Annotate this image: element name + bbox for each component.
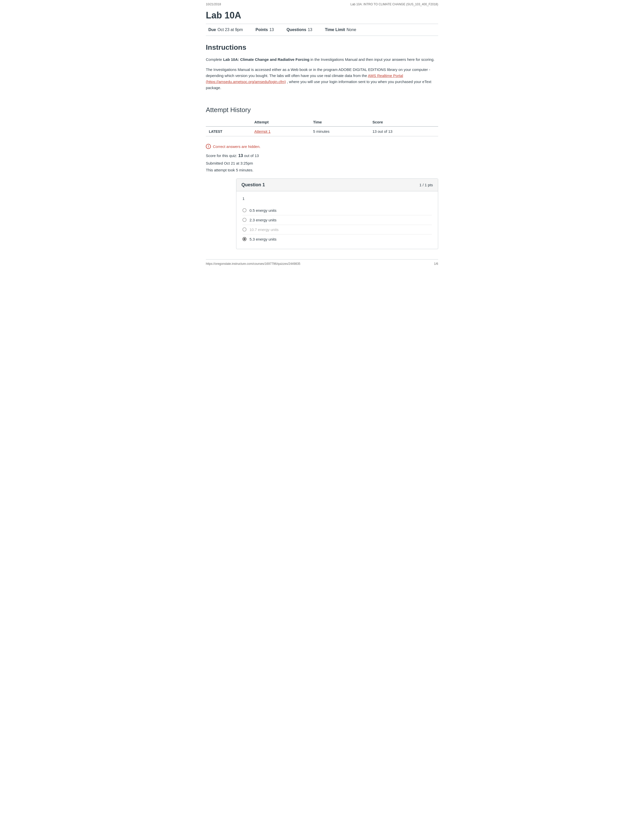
points-value: 13 xyxy=(269,27,274,32)
instructions-paragraph1: Complete Lab 10A: Climate Change and Rad… xyxy=(206,56,438,63)
attempt-time-cell: 5 minutes xyxy=(310,127,369,136)
questions-value: 13 xyxy=(308,27,312,32)
col-header-empty xyxy=(206,118,251,127)
score-line: Score for this quiz: 13 out of 13 xyxy=(206,152,438,160)
answer-option-1[interactable]: 0.5 energy units xyxy=(242,206,432,215)
points-label: Points xyxy=(256,27,268,32)
radio-3 xyxy=(242,227,246,232)
radio-4 xyxy=(242,237,246,241)
instructions-title: Instructions xyxy=(206,43,438,51)
questions-label: Questions xyxy=(287,27,306,32)
attempt-history-section: Attempt History Attempt Time Score LATES… xyxy=(206,106,438,136)
page-title: Lab 10A xyxy=(206,10,438,21)
question1-body: 1 0.5 energy units 2.3 energy units 10.7… xyxy=(237,191,438,249)
score-info: Score for this quiz: 13 out of 13 Submit… xyxy=(206,152,438,174)
top-date: 10/21/2018 xyxy=(206,3,221,6)
instructions-section: Instructions Complete Lab 10A: Climate C… xyxy=(206,43,438,91)
answer-text-4: 5.3 energy units xyxy=(250,237,277,241)
attempt-link-cell: Attempt 1 xyxy=(251,127,310,136)
footer-url: https://oregonstate.instructure.com/cour… xyxy=(206,262,300,265)
meta-questions: Questions 13 xyxy=(287,27,312,32)
question1-header: Question 1 1 / 1 pts xyxy=(237,179,438,191)
answer-option-3[interactable]: 10.7 energy units xyxy=(242,225,432,235)
question1-points: 1 / 1 pts xyxy=(420,183,433,187)
due-label: Due xyxy=(208,27,216,32)
correct-answers-notice: ! Correct answers are hidden. xyxy=(206,144,438,149)
submitted-line: Submitted Oct 21 at 3:25pm xyxy=(206,160,438,167)
radio-1 xyxy=(242,208,246,212)
attempt-row: LATEST Attempt 1 5 minutes 13 out of 13 xyxy=(206,127,438,136)
question1-card: Question 1 1 / 1 pts 1 0.5 energy units … xyxy=(236,178,438,249)
col-header-attempt: Attempt xyxy=(251,118,310,127)
timelimit-label: Time Limit xyxy=(325,27,345,32)
top-title: Lab 10A: INTRO TO CLIMATE CHANGE (SUS_10… xyxy=(351,3,438,6)
ams-portal-link[interactable]: AMS Realtime Portal xyxy=(368,74,403,78)
para1-pre: Complete xyxy=(206,57,223,61)
score-prefix: Score for this quiz: xyxy=(206,153,237,158)
notice-text: Correct answers are hidden. xyxy=(213,145,260,149)
ams-portal-url-link[interactable]: (https://amsedu.ametsoc.org/amsedu/login… xyxy=(206,79,286,84)
answer-text-3: 10.7 energy units xyxy=(250,227,279,232)
question1-title: Question 1 xyxy=(242,182,265,188)
due-value: Oct 23 at 9pm xyxy=(217,27,243,32)
attempt-history-title: Attempt History xyxy=(206,106,438,114)
footer-page: 1/6 xyxy=(434,262,438,265)
para1-post: in the Investigations Manual and then in… xyxy=(309,57,435,61)
attempt-score-cell: 13 out of 13 xyxy=(369,127,438,136)
footer-bar: https://oregonstate.instructure.com/cour… xyxy=(206,259,438,268)
answer-option-4[interactable]: 5.3 energy units xyxy=(242,235,432,244)
radio-2 xyxy=(242,218,246,222)
para1-bold: Lab 10A: Climate Change and Radiative Fo… xyxy=(223,57,309,61)
question1-number: 1 xyxy=(242,196,432,201)
meta-timelimit: Time Limit None xyxy=(325,27,356,32)
meta-due: Due Oct 23 at 9pm xyxy=(208,27,243,32)
instructions-paragraph2: The Investigations Manual is accessed ei… xyxy=(206,67,438,91)
answer-option-2[interactable]: 2.3 energy units xyxy=(242,215,432,225)
answer-text-2: 2.3 energy units xyxy=(250,218,277,222)
col-header-time: Time xyxy=(310,118,369,127)
attempt-latest-label: LATEST xyxy=(206,127,251,136)
meta-points: Points 13 xyxy=(256,27,274,32)
notice-icon: ! xyxy=(206,144,211,149)
score-bold: 13 xyxy=(238,153,243,158)
attempt-table: Attempt Time Score LATEST Attempt 1 5 mi… xyxy=(206,118,438,136)
attempt1-link[interactable]: Attempt 1 xyxy=(254,129,270,133)
attempt-time-line: This attempt took 5 minutes. xyxy=(206,167,438,174)
answer-text-1: 0.5 energy units xyxy=(250,208,277,212)
meta-bar: Due Oct 23 at 9pm Points 13 Questions 13… xyxy=(206,24,438,36)
col-header-score: Score xyxy=(369,118,438,127)
score-suffix-text: out of 13 xyxy=(244,153,259,158)
timelimit-value: None xyxy=(346,27,356,32)
